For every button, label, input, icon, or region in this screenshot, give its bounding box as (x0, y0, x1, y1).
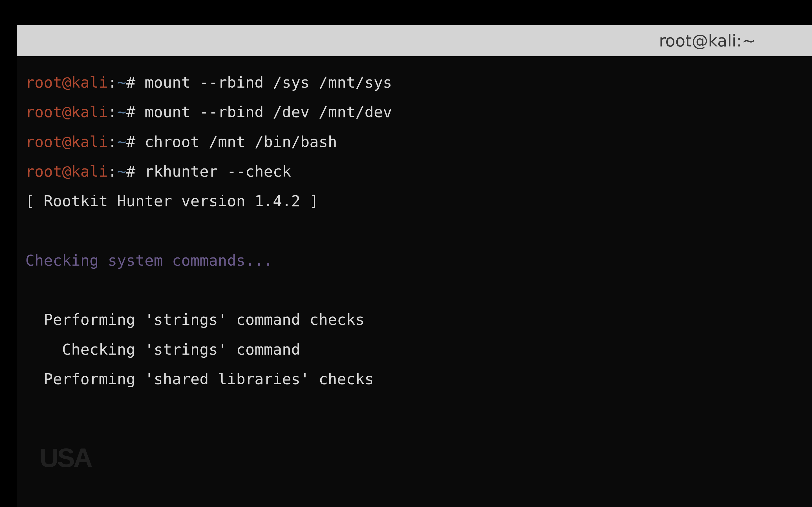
prompt-symbol: # (126, 73, 136, 91)
command-3: chroot /mnt /bin/bash (145, 133, 337, 151)
prompt-colon: : (108, 73, 117, 91)
prompt-user-host: root@kali (26, 73, 108, 91)
command-line-3: root@kali:~# chroot /mnt /bin/bash (26, 127, 804, 157)
output-check-line-1: Performing 'strings' command checks (26, 305, 804, 334)
prompt-symbol: # (126, 103, 136, 121)
command-text (135, 133, 145, 151)
command-1: mount --rbind /sys /mnt/sys (145, 73, 392, 91)
blank-line (26, 275, 804, 305)
prompt-user-host: root@kali (26, 133, 108, 151)
output-section-header: Checking system commands... (26, 245, 804, 275)
command-line-1: root@kali:~# mount --rbind /sys /mnt/sys (26, 68, 804, 97)
prompt-user-host: root@kali (26, 103, 108, 121)
window-title-bar[interactable]: root@kali:~ (17, 25, 812, 56)
output-check-line-2: Checking 'strings' command (26, 335, 804, 364)
command-line-2: root@kali:~# mount --rbind /dev /mnt/dev (26, 97, 804, 127)
network-watermark: USA (40, 443, 91, 473)
prompt-colon: : (108, 103, 117, 121)
output-check-line-4: Performing 'shared libraries' checks (26, 364, 804, 394)
terminal-window: root@kali:~ root@kali:~# mount --rbind /… (17, 25, 812, 507)
window-title: root@kali:~ (659, 31, 756, 50)
prompt-symbol: # (126, 163, 136, 180)
prompt-path: ~ (117, 103, 126, 121)
prompt-path: ~ (117, 73, 126, 91)
terminal-body[interactable]: root@kali:~# mount --rbind /sys /mnt/sys… (17, 56, 812, 405)
command-text (135, 73, 145, 91)
command-line-4: root@kali:~# rkhunter --check (26, 157, 804, 186)
command-4: rkhunter --check (145, 163, 291, 180)
prompt-colon: : (108, 163, 117, 180)
prompt-symbol: # (126, 133, 136, 151)
prompt-colon: : (108, 133, 117, 151)
blank-line (26, 216, 804, 245)
command-text (135, 163, 145, 180)
prompt-path: ~ (117, 133, 126, 151)
command-text (135, 103, 145, 121)
command-2: mount --rbind /dev /mnt/dev (145, 103, 392, 121)
output-version: [ Rootkit Hunter version 1.4.2 ] (26, 186, 804, 216)
prompt-user-host: root@kali (26, 163, 108, 180)
prompt-path: ~ (117, 163, 126, 180)
